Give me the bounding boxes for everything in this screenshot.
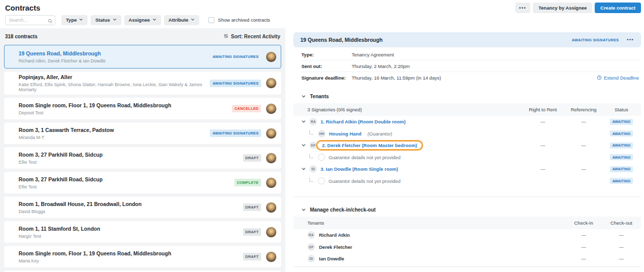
- contract-list-item[interactable]: Room 3, 27 Parkhill Road, SidcupEllie Te…: [4, 172, 281, 193]
- contract-item-subtitle: Miranda M-T: [19, 135, 205, 140]
- filter-chip-status[interactable]: Status: [91, 15, 121, 25]
- checkinout-row: DFDerek Fletcher——: [293, 241, 641, 253]
- guarantor-name-link[interactable]: Housing Hand: [329, 131, 361, 137]
- contract-list-item[interactable]: Room 3, 27 Parkhill Road, SidcupEllie Te…: [4, 147, 281, 169]
- check-in-value: —: [566, 256, 602, 261]
- avatar-initials: RA: [309, 118, 317, 125]
- contract-item-subtitle: Deposit Test: [19, 110, 227, 115]
- contract-list-item[interactable]: Room 1, 11 Stamford St, LondonNargiz Tes…: [4, 221, 281, 243]
- show-archived-toggle[interactable]: Show archived contracts: [208, 17, 270, 23]
- field-value: Thursday, 2 March, 2:20pm: [352, 63, 640, 69]
- checkinout-row-main: DFDerek Fletcher: [307, 243, 566, 251]
- contract-list-item[interactable]: Room Single room, Floor 1, 19 Queens Roa…: [4, 246, 281, 267]
- contract-list-item[interactable]: 19 Queens Road, MiddlesbroughRichard Atk…: [4, 45, 281, 69]
- chevron-down-icon: [152, 17, 156, 23]
- contract-item-title: Room 3, 27 Parkhill Road, Sidcup: [19, 176, 229, 182]
- top-bar-actions: ••• Tenancy by Assignee Create contract: [515, 3, 641, 13]
- referencing-value: —: [566, 166, 602, 172]
- contract-item-title: Room Single room, Floor 1, 19 Queens Roa…: [19, 250, 238, 256]
- contract-item-text: Room 3, 27 Parkhill Road, SidcupEllie Te…: [19, 176, 234, 189]
- signatory-row: Guarantor details not yet providedAWAITI…: [293, 152, 641, 164]
- avatar-initials: ID: [309, 165, 317, 173]
- chevron-down-icon: [191, 17, 195, 23]
- contract-list-item[interactable]: Popinjays, Aller, AllerKatie Elford, Ell…: [4, 72, 281, 95]
- field-value: Thursday, 16 March, 11:59pm (in 14 days): [352, 75, 597, 81]
- extend-deadline-link[interactable]: Extend Deadline: [597, 75, 640, 81]
- tenant-name: Ian Dowdle: [319, 256, 344, 261]
- top-bar: Contracts ••• Tenancy by Assignee Create…: [0, 0, 644, 13]
- status-badge: AWAITING SIGNATURES: [210, 53, 261, 60]
- contract-item-subtitle: David Bloggs: [19, 209, 238, 214]
- detail-fields: Type: Tenancy Agreement Sent out: Thursd…: [293, 47, 641, 84]
- signatory-name-link[interactable]: 1. Richard Atkin (Room Double room): [320, 119, 406, 124]
- column-check-out: Check-out: [602, 220, 641, 226]
- signatory-row-main: HHHousing Hand(Guarantor): [308, 130, 520, 138]
- checkinout-section-header[interactable]: Manage check-in/check-out: [293, 203, 641, 216]
- signatory-name-link[interactable]: 2. Derek Fletcher (Room Master bedroom): [322, 143, 417, 148]
- checkinout-row-columns: ——: [566, 232, 641, 238]
- chevron-down-icon[interactable]: [301, 119, 306, 124]
- more-actions-button[interactable]: •••: [515, 3, 530, 13]
- status-badge: AWAITING SIGNATURES: [210, 80, 261, 87]
- contract-list-item[interactable]: Room 3, 1 Caswarth Terrace, PadstowMiran…: [4, 122, 281, 144]
- avatar: [266, 251, 277, 262]
- referencing-value: —: [566, 119, 602, 124]
- chevron-down-icon[interactable]: [301, 208, 306, 212]
- checkinout-columns: Check-in Check-out: [566, 220, 641, 226]
- show-archived-checkbox[interactable]: [208, 17, 214, 23]
- contract-item-title: Popinjays, Aller, Aller: [19, 74, 205, 80]
- filter-chip-attribute[interactable]: Attribute: [164, 15, 200, 25]
- checkinout-table-body: RARichard Atkin——DFDerek Fletcher——IDIan…: [293, 229, 641, 265]
- signatory-row: ID3. Ian Dowdle (Room Single room)——AWAI…: [293, 163, 641, 175]
- signatory-row-main: DF2. Derek Fletcher (Room Master bedroom…: [301, 142, 520, 149]
- empty-avatar: [318, 177, 325, 184]
- tenancy-by-assignee-button[interactable]: Tenancy by Assignee: [533, 3, 592, 13]
- contract-list-item[interactable]: Room 1, Broadwall House, 21 Broadwall, L…: [4, 196, 281, 218]
- contract-item-title: Room 1, 11 Stamford St, London: [19, 226, 238, 232]
- filter-chip-type[interactable]: Type: [61, 15, 88, 25]
- tenant-name: Derek Fletcher: [319, 244, 352, 250]
- contract-item-text: Room 3, 1 Caswarth Terrace, PadstowMiran…: [19, 127, 210, 140]
- filter-chip-status-label: Status: [95, 17, 110, 23]
- signatories-count: 3 Signatories (0/6 signed): [307, 107, 520, 112]
- avatar-initials: HH: [318, 130, 326, 138]
- check-out-value: —: [602, 256, 641, 261]
- field-label: Signature deadline:: [301, 75, 352, 81]
- right-to-rent-value: —: [520, 166, 566, 172]
- tree-connector-icon: [309, 130, 313, 134]
- contract-item-text: Room 1, Broadwall House, 21 Broadwall, L…: [19, 201, 243, 214]
- awaiting-status-badge: AWAITING: [610, 130, 633, 137]
- create-contract-button[interactable]: Create contract: [595, 3, 641, 13]
- detail-more-button[interactable]: •••: [627, 37, 634, 42]
- contract-item-subtitle: Ellie Test: [19, 184, 229, 189]
- signatory-row-columns: ——AWAITING: [520, 143, 641, 149]
- extend-deadline-label: Extend Deadline: [604, 75, 639, 81]
- chevron-down-icon[interactable]: [301, 143, 306, 148]
- contract-item-title: Room Single room, Floor 1, 19 Queens Roa…: [19, 102, 227, 108]
- field-label: Sent out:: [301, 63, 352, 69]
- signatory-name-link[interactable]: 3. Ian Dowdle (Room Single room): [320, 166, 398, 172]
- contract-item-title: Room 1, Broadwall House, 21 Broadwall, L…: [19, 201, 238, 207]
- avatar-initials: DF: [307, 243, 315, 251]
- status-cell: AWAITING: [602, 143, 641, 149]
- chevron-down-icon[interactable]: [301, 94, 306, 99]
- filter-chip-assignee-label: Assignee: [129, 17, 150, 23]
- section-divider: [293, 196, 641, 197]
- filter-chip-assignee[interactable]: Assignee: [124, 15, 161, 25]
- signatory-row: Guarantor details not yet providedAWAITI…: [293, 175, 641, 187]
- contracts-count: 318 contracts: [5, 34, 37, 39]
- chevron-down-icon[interactable]: [301, 167, 306, 171]
- signatory-row-main: Guarantor details not yet provided: [308, 177, 520, 184]
- signatories-table-header: 3 Signatories (0/6 signed) Right to Rent…: [293, 103, 641, 116]
- referencing-value: —: [566, 143, 602, 148]
- sort-control[interactable]: Sort: Recent Activity: [223, 33, 280, 40]
- signatory-row-columns: AWAITING: [520, 154, 641, 160]
- field-row-signature-deadline: Signature deadline: Thursday, 16 March, …: [301, 72, 640, 84]
- contract-list-item[interactable]: Room Single room, Floor 1, 19 Queens Roa…: [4, 98, 281, 119]
- detail-title: 19 Queens Road, Middlesbrough: [300, 37, 572, 43]
- awaiting-status-badge: AWAITING: [610, 178, 633, 184]
- tenants-section-header[interactable]: Tenants: [293, 90, 641, 102]
- contract-item-title: 19 Queens Road, Middlesbrough: [19, 50, 205, 56]
- filter-bar: Type Status Assignee Attribute Show arch…: [0, 13, 644, 28]
- column-referencing: Referencing: [566, 107, 602, 112]
